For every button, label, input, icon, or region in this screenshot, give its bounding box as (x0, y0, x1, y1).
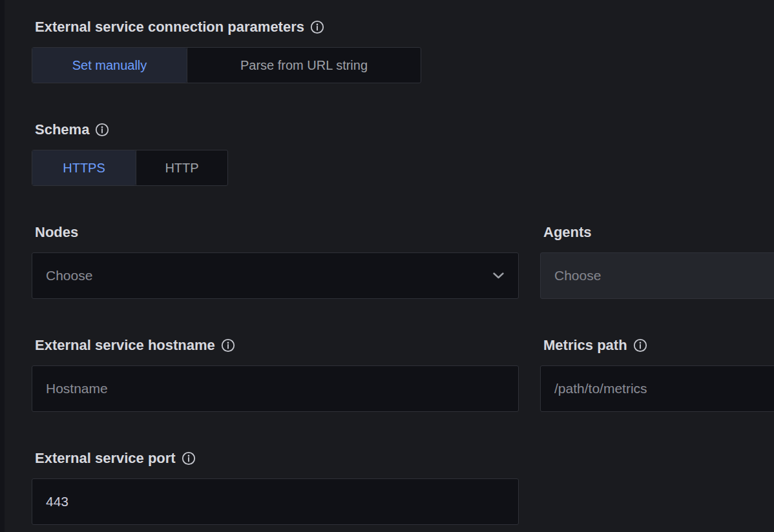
section-connection-parameters: External service connection parameters S… (32, 19, 774, 83)
metrics-path-label: Metrics path (540, 337, 774, 354)
agents-label-text: Agents (543, 224, 592, 241)
agents-label: Agents (540, 224, 774, 241)
radio-option-parse-from-url[interactable]: Parse from URL string (187, 48, 421, 83)
section-nodes-agents: Nodes Choose Agents Choose (32, 224, 774, 299)
connection-mode-radio-group: Set manually Parse from URL string (32, 47, 421, 83)
schema-label: Schema (32, 121, 774, 138)
metrics-path-field-group: Metrics path (540, 337, 774, 412)
connection-parameters-label: External service connection parameters (32, 19, 774, 36)
port-label: External service port (32, 450, 774, 467)
hostname-label: External service hostname (32, 337, 519, 354)
metrics-path-label-text: Metrics path (543, 337, 627, 354)
section-hostname-metrics: External service hostname Metrics path (32, 337, 774, 412)
metrics-path-input[interactable] (540, 365, 774, 412)
nodes-select-placeholder: Choose (46, 268, 92, 283)
agents-field-group: Agents Choose (540, 224, 774, 299)
section-port: External service port (32, 450, 774, 525)
left-edge-strip (0, 0, 5, 532)
port-label-text: External service port (35, 450, 176, 467)
section-schema: Schema HTTPS HTTP (32, 121, 774, 186)
info-icon[interactable] (221, 338, 235, 353)
external-service-settings-form: External service connection parameters S… (32, 19, 774, 532)
info-icon[interactable] (182, 451, 196, 466)
nodes-label: Nodes (32, 224, 519, 241)
connection-parameters-label-text: External service connection parameters (35, 19, 304, 36)
port-input[interactable] (32, 478, 519, 525)
schema-label-text: Schema (35, 121, 89, 138)
radio-option-set-manually[interactable]: Set manually (32, 48, 187, 83)
hostname-input[interactable] (32, 365, 519, 412)
nodes-label-text: Nodes (35, 224, 78, 241)
hostname-label-text: External service hostname (35, 337, 215, 354)
info-icon[interactable] (310, 20, 324, 34)
chevron-down-icon (493, 272, 504, 279)
radio-option-https[interactable]: HTTPS (32, 150, 136, 185)
agents-select-placeholder: Choose (554, 268, 601, 283)
info-icon[interactable] (95, 123, 109, 137)
info-icon[interactable] (633, 338, 647, 353)
schema-radio-group: HTTPS HTTP (32, 150, 228, 186)
agents-select[interactable]: Choose (540, 252, 774, 299)
radio-option-http[interactable]: HTTP (136, 150, 227, 185)
hostname-field-group: External service hostname (32, 337, 519, 412)
nodes-select[interactable]: Choose (32, 252, 519, 299)
nodes-field-group: Nodes Choose (32, 224, 519, 299)
